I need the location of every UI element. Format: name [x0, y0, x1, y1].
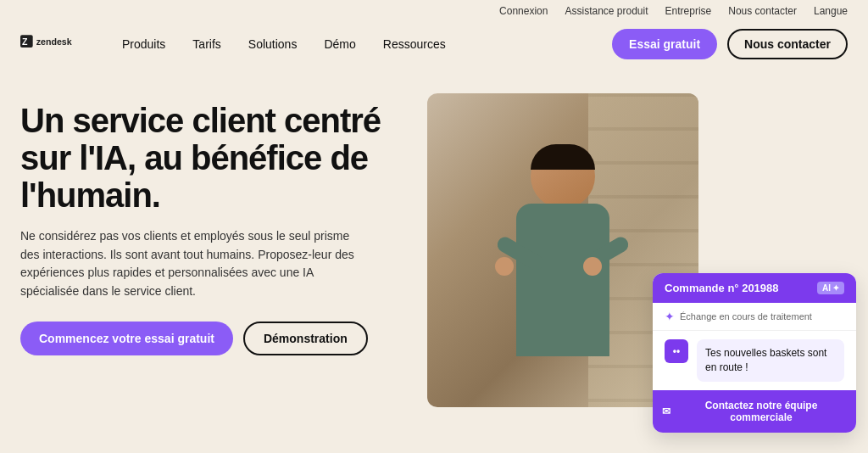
nav-solutions[interactable]: Solutions: [248, 37, 298, 51]
nav-produits[interactable]: Produits: [122, 37, 165, 51]
nav-ressources[interactable]: Ressources: [383, 37, 446, 51]
hero-subtitle: Ne considérez pas vos clients et employé…: [20, 227, 359, 301]
nav-tarifs[interactable]: Tarifs: [192, 37, 220, 51]
commencez-essai-button[interactable]: Commencez votre essai gratuit: [20, 322, 233, 355]
nav-links: Produits Tarifs Solutions Démo Ressource…: [122, 37, 612, 51]
chat-header: Commande n° 201988 AI ✦: [653, 273, 856, 303]
footer-btn-label: Contactez notre équipe commerciale: [676, 400, 847, 423]
chat-status: ✦ Échange en cours de traitement: [653, 303, 856, 331]
utility-connexion[interactable]: Connexion: [499, 5, 548, 17]
chat-header-right: AI ✦: [817, 282, 844, 294]
message-bubble: Tes nouvelles baskets sont en route !: [697, 339, 844, 382]
status-dot-icon: ✦: [665, 310, 675, 323]
message-text: Tes nouvelles baskets sont en route !: [705, 347, 826, 373]
hero-left: Un service client centré sur l'IA, au bé…: [20, 93, 427, 355]
chat-widget: Commande n° 201988 AI ✦ ✦ Échange en cou…: [653, 273, 856, 433]
nav-demo[interactable]: Démo: [324, 37, 355, 51]
ai-label: AI: [822, 283, 831, 293]
utility-contact[interactable]: Nous contacter: [728, 5, 797, 17]
hero-buttons: Commencez votre essai gratuit Démonstrat…: [20, 322, 407, 355]
utility-entreprise[interactable]: Entreprise: [665, 5, 712, 17]
main-nav: Z zendesk Produits Tarifs Solutions Démo…: [0, 22, 868, 66]
utility-bar: Connexion Assistance produit Entreprise …: [0, 0, 868, 22]
hero-right: Commande n° 201988 AI ✦ ✦ Échange en cou…: [427, 93, 848, 453]
order-label: Commande n° 201988: [665, 282, 779, 294]
contact-commercial-button[interactable]: ✉ Contactez notre équipe commerciale: [653, 390, 856, 433]
message-avatar: ••: [665, 339, 688, 363]
person-silhouette: [478, 136, 648, 407]
mail-icon: ✉: [662, 405, 670, 417]
ai-plus-icon: ✦: [832, 283, 839, 293]
logo-area[interactable]: Z zendesk: [20, 32, 88, 56]
demonstration-button[interactable]: Démonstration: [243, 322, 368, 355]
avatar-dots: ••: [673, 345, 680, 357]
svg-text:Z: Z: [22, 36, 28, 47]
essai-gratuit-button[interactable]: Essai gratuit: [612, 29, 717, 59]
hero-title: Un service client centré sur l'IA, au bé…: [20, 102, 407, 214]
nav-actions: Essai gratuit Nous contacter: [612, 29, 848, 59]
hero-section: Un service client centré sur l'IA, au bé…: [0, 66, 868, 453]
zendesk-logo: Z zendesk: [20, 32, 88, 56]
ai-badge: AI ✦: [817, 282, 844, 294]
nous-contacter-nav-button[interactable]: Nous contacter: [727, 29, 848, 59]
utility-langue[interactable]: Langue: [814, 5, 848, 17]
utility-assistance[interactable]: Assistance produit: [565, 5, 648, 17]
status-text: Échange en cours de traitement: [680, 311, 812, 322]
chat-message: •• Tes nouvelles baskets sont en route !: [653, 331, 856, 390]
svg-text:zendesk: zendesk: [36, 36, 72, 47]
